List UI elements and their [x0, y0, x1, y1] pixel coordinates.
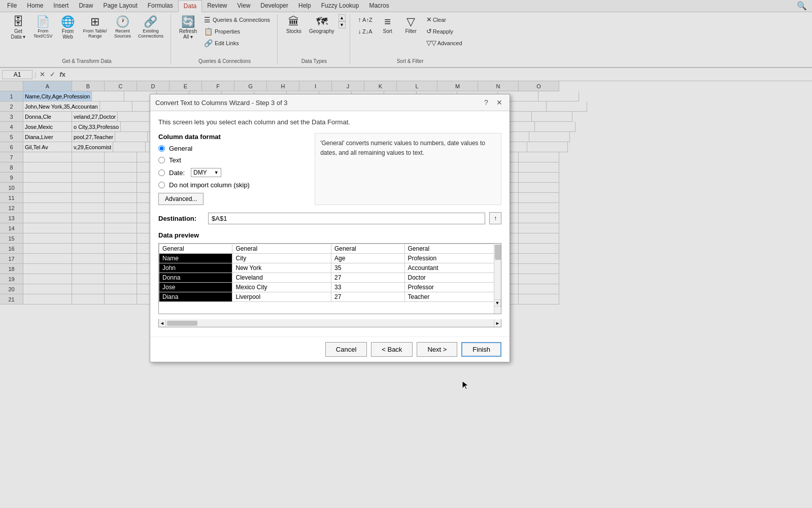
sort-az-button[interactable]: ↑ A↑Z: [355, 14, 376, 25]
cell-c13[interactable]: [105, 213, 137, 223]
cell-c18[interactable]: [105, 264, 137, 274]
clear-button[interactable]: ✕ Clear: [423, 14, 465, 25]
cell-o7[interactable]: [519, 152, 559, 162]
cell-b18[interactable]: [72, 264, 105, 274]
cell-a15[interactable]: [23, 233, 72, 244]
cell-a13[interactable]: [23, 213, 72, 223]
col-header-i[interactable]: I: [299, 81, 332, 91]
row-num-4[interactable]: 4: [0, 122, 23, 132]
cell-o11[interactable]: [519, 193, 559, 203]
tab-developer[interactable]: Developer: [255, 0, 293, 12]
row-num-1[interactable]: 1: [0, 91, 23, 101]
geography-button[interactable]: 🗺 Geography: [306, 14, 337, 36]
cell-b15[interactable]: [72, 233, 105, 244]
cell-a7[interactable]: [23, 152, 72, 162]
col-header-e[interactable]: E: [170, 81, 202, 91]
row-num-13[interactable]: 13: [0, 213, 23, 223]
cell-o5[interactable]: [529, 132, 570, 142]
radio-date[interactable]: Date: DMY ▼: [158, 168, 304, 177]
advanced-filter-button[interactable]: ▽▽ Advanced: [423, 38, 465, 48]
cell-o2[interactable]: [547, 101, 587, 112]
reapply-button[interactable]: ↺ Reapply: [423, 26, 465, 37]
row-num-21[interactable]: 21: [0, 294, 23, 304]
row-num-6[interactable]: 6: [0, 142, 23, 152]
row-num-19[interactable]: 19: [0, 274, 23, 284]
tab-draw[interactable]: Draw: [74, 0, 98, 12]
cell-b1[interactable]: [92, 91, 124, 101]
cell-b7[interactable]: [72, 152, 105, 162]
cell-b11[interactable]: [72, 193, 105, 203]
properties-button[interactable]: 📋 Properties: [201, 26, 273, 37]
destination-collapse-button[interactable]: ↑: [489, 212, 501, 224]
cell-c3[interactable]: [118, 112, 150, 122]
cell-b17[interactable]: [72, 254, 105, 264]
cell-o6[interactable]: [527, 142, 568, 152]
data-types-scroll-down[interactable]: ▼: [339, 21, 346, 28]
from-text-csv-button[interactable]: 📄 FromText/CSV: [30, 14, 56, 41]
cell-c8[interactable]: [105, 162, 137, 173]
list-item[interactable]: Donna Cleveland 27 Doctor: [159, 273, 501, 283]
col-header-f[interactable]: F: [202, 81, 234, 91]
cell-o17[interactable]: [519, 254, 559, 264]
next-button[interactable]: Next >: [417, 342, 457, 357]
confirm-formula-icon[interactable]: ✓: [48, 71, 56, 78]
cell-o21[interactable]: [519, 294, 559, 304]
col-header-h[interactable]: H: [267, 81, 299, 91]
cell-c21[interactable]: [105, 294, 137, 304]
row-num-17[interactable]: 17: [0, 254, 23, 264]
cell-b4[interactable]: o City,33,Professo: [72, 122, 121, 132]
col-header-d[interactable]: D: [137, 81, 170, 91]
tab-fuzzy-lookup[interactable]: Fuzzy Lookup: [316, 0, 364, 12]
cell-o10[interactable]: [519, 183, 559, 193]
col-header-n[interactable]: N: [478, 81, 519, 91]
cell-b16[interactable]: [72, 244, 105, 254]
recent-sources-button[interactable]: 🕐 RecentSources: [111, 14, 134, 41]
cell-b5[interactable]: pool,27,Teacher: [72, 132, 115, 142]
row-num-7[interactable]: 7: [0, 152, 23, 162]
cell-o14[interactable]: [519, 223, 559, 233]
cell-a12[interactable]: [23, 203, 72, 213]
refresh-all-button[interactable]: 🔄 RefreshAll ▾: [176, 14, 200, 42]
col-header-g[interactable]: G: [234, 81, 267, 91]
tab-insert[interactable]: Insert: [48, 0, 74, 12]
cell-b14[interactable]: [72, 223, 105, 233]
row-num-11[interactable]: 11: [0, 193, 23, 203]
filter-button[interactable]: ▽ Filter: [400, 14, 422, 36]
radio-text-input[interactable]: [158, 157, 165, 163]
row-num-2[interactable]: 2: [0, 101, 23, 112]
cell-a19[interactable]: [23, 274, 72, 284]
cell-a18[interactable]: [23, 264, 72, 274]
row-num-16[interactable]: 16: [0, 244, 23, 254]
radio-general-input[interactable]: [158, 145, 165, 152]
col-header-j[interactable]: J: [332, 81, 364, 91]
cell-a8[interactable]: [23, 162, 72, 173]
modal-close-button[interactable]: ✕: [494, 97, 504, 108]
advanced-button[interactable]: Advanced...: [158, 193, 204, 205]
cell-c6[interactable]: [113, 142, 146, 152]
cell-a1[interactable]: Name,City,Age,Profession: [23, 91, 92, 101]
scroll-left-button[interactable]: ◄: [159, 320, 166, 327]
stocks-button[interactable]: 🏛 Stocks: [283, 14, 305, 36]
row-num-12[interactable]: 12: [0, 203, 23, 213]
cancel-button[interactable]: Cancel: [325, 342, 367, 357]
radio-skip[interactable]: Do not import column (skip): [158, 181, 304, 189]
edit-links-button[interactable]: 🔗 Edit Links: [201, 38, 273, 49]
cell-c7[interactable]: [105, 152, 137, 162]
tab-help[interactable]: Help: [293, 0, 316, 12]
cell-b3[interactable]: veland,27,Doctor: [72, 112, 118, 122]
cell-b2[interactable]: [100, 101, 132, 112]
cell-b12[interactable]: [72, 203, 105, 213]
from-table-range-button[interactable]: ⊞ From Table/Range: [80, 14, 110, 41]
col-header-l[interactable]: L: [397, 81, 437, 91]
existing-connections-button[interactable]: 🔗 ExistingConnections: [135, 14, 166, 41]
preview-scrollbar-horizontal[interactable]: ◄ ►: [158, 319, 501, 327]
queries-connections-button[interactable]: ☰ Queries & Connections: [201, 14, 273, 25]
tab-page-layout[interactable]: Page Layout: [98, 0, 142, 12]
modal-help-button[interactable]: ?: [481, 97, 491, 108]
row-num-8[interactable]: 8: [0, 162, 23, 173]
sort-za-button[interactable]: ↓ Z↓A: [355, 26, 376, 37]
cell-o3[interactable]: [532, 112, 572, 122]
cell-c4[interactable]: [121, 122, 153, 132]
cell-o13[interactable]: [519, 213, 559, 223]
row-num-5[interactable]: 5: [0, 132, 23, 142]
